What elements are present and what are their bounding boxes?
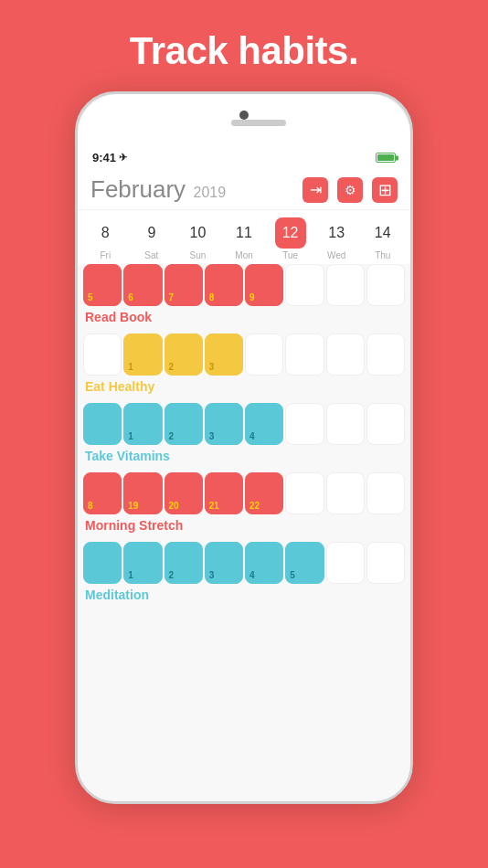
date-number: 13 xyxy=(321,217,352,249)
habit-row: 12345Meditation xyxy=(83,542,405,606)
year-label: 2019 xyxy=(190,175,227,203)
habit-cell[interactable] xyxy=(326,333,365,376)
month-year: February 2019 xyxy=(90,175,226,204)
habit-cell[interactable]: 8 xyxy=(83,472,122,514)
habit-cell[interactable]: 9 xyxy=(245,264,283,306)
date-cell[interactable]: 12Tue xyxy=(268,217,313,260)
habit-cell[interactable]: 2 xyxy=(164,333,203,376)
status-time: 9:41 ✈ xyxy=(92,151,127,164)
phone-frame: 9:41 ✈ February 2019 ⇥ ⚙ ⊞ xyxy=(75,91,413,804)
date-day-label: Wed xyxy=(327,250,345,260)
habit-cell[interactable] xyxy=(83,542,122,584)
habit-cell[interactable] xyxy=(285,472,324,514)
login-button[interactable]: ⇥ xyxy=(302,177,328,203)
habit-cell[interactable]: 6 xyxy=(123,264,162,306)
status-right xyxy=(376,153,396,163)
habit-cell[interactable] xyxy=(285,264,324,306)
habit-cell[interactable]: 20 xyxy=(164,472,203,514)
app-header: February 2019 ⇥ ⚙ ⊞ xyxy=(78,168,410,210)
habit-cell[interactable] xyxy=(366,542,405,584)
front-camera xyxy=(239,111,249,120)
date-day-label: Tue xyxy=(282,250,298,260)
habit-cell[interactable]: 8 xyxy=(205,264,243,306)
habit-cell[interactable]: 5 xyxy=(83,264,122,306)
habit-cell[interactable]: 5 xyxy=(285,542,324,584)
habit-cell[interactable]: 7 xyxy=(164,264,203,306)
battery-icon xyxy=(376,153,396,163)
habit-cell[interactable] xyxy=(245,333,283,376)
habit-cell[interactable]: 4 xyxy=(245,542,283,584)
date-cell[interactable]: 11Mon xyxy=(222,217,267,260)
header-icons: ⇥ ⚙ ⊞ xyxy=(302,177,398,203)
date-number: 14 xyxy=(367,217,398,249)
phone-top xyxy=(78,94,410,145)
date-day-label: Thu xyxy=(375,250,390,260)
status-bar: 9:41 ✈ xyxy=(78,145,410,168)
location-icon: ✈ xyxy=(119,152,127,164)
habit-row: 819202122Morning Stretch xyxy=(83,472,405,536)
date-day-label: Fri xyxy=(100,250,111,260)
habit-cell[interactable]: 2 xyxy=(164,542,203,584)
habit-name: Read Book xyxy=(83,310,405,328)
habit-cell[interactable]: 2 xyxy=(164,403,203,445)
habit-cell[interactable]: 1 xyxy=(123,333,162,376)
habit-row: 1234Take Vitamins xyxy=(83,403,405,467)
habit-cell[interactable]: 19 xyxy=(123,472,162,514)
habits-container: 56789Read Book123Eat Healthy1234Take Vit… xyxy=(78,264,410,801)
habit-cell[interactable]: 22 xyxy=(245,472,283,514)
habit-cell[interactable] xyxy=(366,333,405,376)
habit-cell[interactable]: 3 xyxy=(205,542,243,584)
date-day-label: Mon xyxy=(235,250,252,260)
date-day-label: Sat xyxy=(144,250,158,260)
habit-cell[interactable]: 3 xyxy=(205,333,243,376)
add-habit-button[interactable]: ⊞ xyxy=(372,177,398,203)
habit-cell[interactable] xyxy=(366,264,405,306)
habit-cell[interactable]: 4 xyxy=(245,403,283,445)
date-number: 11 xyxy=(228,217,260,249)
date-day-label: Sun xyxy=(190,250,207,260)
date-cell[interactable]: 10Sun xyxy=(175,217,220,260)
settings-button[interactable]: ⚙ xyxy=(337,177,363,203)
habit-cells: 123 xyxy=(83,333,405,376)
habit-name: Eat Healthy xyxy=(83,379,405,397)
battery-fill xyxy=(377,154,394,161)
habit-cell[interactable] xyxy=(326,542,365,584)
habit-row: 123Eat Healthy xyxy=(83,333,405,397)
habit-cell[interactable] xyxy=(285,403,324,445)
habit-cell[interactable] xyxy=(326,403,365,445)
habit-cell[interactable] xyxy=(285,333,324,376)
date-number: 12 xyxy=(275,217,306,249)
habit-name: Meditation xyxy=(83,587,405,606)
date-number: 10 xyxy=(182,217,213,249)
date-cell[interactable]: 9Sat xyxy=(130,217,175,260)
habit-cells: 56789 xyxy=(83,264,405,306)
month-label: February xyxy=(90,175,186,203)
habit-name: Morning Stretch xyxy=(83,518,405,536)
habit-cells: 12345 xyxy=(83,542,405,584)
habit-cell[interactable] xyxy=(83,403,122,445)
habit-cell[interactable] xyxy=(83,333,122,376)
habit-cell[interactable] xyxy=(366,403,405,445)
habit-cell[interactable]: 3 xyxy=(205,403,243,445)
habit-cells: 1234 xyxy=(83,403,405,445)
habit-cell[interactable] xyxy=(366,472,405,514)
habit-name: Take Vitamins xyxy=(83,449,405,467)
date-number: 9 xyxy=(136,217,167,249)
speaker xyxy=(231,120,286,126)
habit-cell[interactable] xyxy=(326,472,365,514)
calendar-dates: 8Fri9Sat10Sun11Mon12Tue13Wed14Thu xyxy=(78,210,410,264)
habit-cells: 819202122 xyxy=(83,472,405,514)
habit-cell[interactable]: 1 xyxy=(123,542,162,584)
habit-cell[interactable] xyxy=(326,264,365,306)
habit-row: 56789Read Book xyxy=(83,264,405,328)
time-display: 9:41 xyxy=(92,151,116,164)
date-cell[interactable]: 8Fri xyxy=(83,217,128,260)
screen: 9:41 ✈ February 2019 ⇥ ⚙ ⊞ xyxy=(78,145,410,801)
date-number: 8 xyxy=(90,217,121,249)
app-headline: Track habits. xyxy=(130,29,358,73)
habit-cell[interactable]: 21 xyxy=(205,472,243,514)
date-cell[interactable]: 14Thu xyxy=(360,217,405,260)
habit-cell[interactable]: 1 xyxy=(123,403,162,445)
date-cell[interactable]: 13Wed xyxy=(314,217,359,260)
